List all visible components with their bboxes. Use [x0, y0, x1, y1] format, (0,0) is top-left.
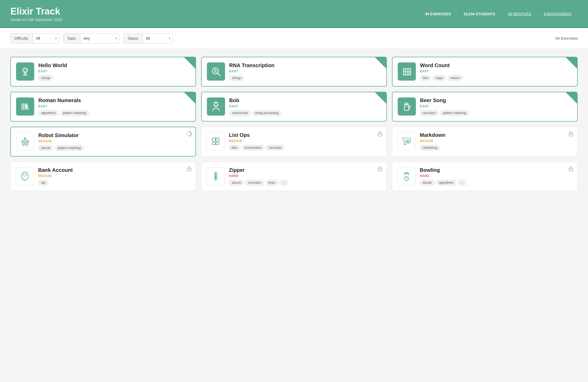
- exercise-card[interactable]: Hello WorldEASYstrings ✓: [10, 57, 196, 87]
- exercise-icon: [207, 132, 225, 150]
- stat-item: 94 EXERCISES: [419, 12, 458, 16]
- svg-point-30: [23, 142, 25, 143]
- tag: lists: [420, 75, 431, 81]
- exercise-card[interactable]: ZipperHARDstructsrecursiontrees...: [201, 162, 387, 191]
- svg-rect-39: [212, 138, 215, 142]
- tag: reduce: [447, 75, 463, 81]
- exercise-card[interactable]: Beer SongEASYrecursionpattern matching ✓: [392, 92, 578, 122]
- exercise-card[interactable]: Word CountEASYlistsmapsreduce ✓: [392, 57, 578, 87]
- svg-point-24: [217, 104, 218, 105]
- exercise-icon: [16, 62, 34, 81]
- exercise-name: Word Count: [420, 62, 572, 68]
- difficulty-badge: EASY: [38, 69, 190, 73]
- difficulty-badge: MEDIUM: [38, 139, 190, 143]
- difficulty-badge: MEDIUM: [38, 174, 191, 178]
- svg-rect-45: [378, 133, 382, 136]
- join-date: Joined on 13th September 2020: [10, 18, 62, 22]
- exercise-card[interactable]: Robot SimulatorMEDIUMstructspattern matc…: [10, 127, 196, 157]
- svg-point-34: [24, 138, 26, 139]
- exercise-card[interactable]: RNA TranscriptionEASYstrings ✓: [201, 57, 387, 87]
- exercise-info: List OpsMEDIUMlistsenumerationrecursion: [229, 132, 381, 151]
- tag-list: listsmapsreduce: [420, 75, 572, 81]
- in-progress-icon: [186, 131, 192, 137]
- svg-rect-62: [215, 176, 217, 178]
- header: Elixir Track Joined on 13th September 20…: [0, 0, 588, 27]
- svg-point-67: [407, 178, 408, 179]
- tag: algorithms: [38, 110, 58, 116]
- svg-point-31: [26, 142, 27, 143]
- topic-filter[interactable]: Topic: Any Strings Algorithms Lists ▾: [63, 33, 120, 44]
- exercise-name: Bowling: [420, 167, 572, 173]
- svg-rect-73: [569, 168, 573, 171]
- difficulty-select[interactable]: All Easy Medium Hard: [33, 33, 59, 43]
- exercise-name: Robot Simulator: [38, 132, 190, 138]
- site-title: Elixir Track: [10, 6, 62, 17]
- tag: algorithms: [436, 180, 456, 186]
- exercise-name: Beer Song: [420, 97, 572, 103]
- corner-badge-triangle: [184, 92, 195, 104]
- tag: control flow: [229, 110, 251, 116]
- tag: ...: [458, 180, 466, 186]
- svg-point-64: [404, 176, 409, 181]
- difficulty-badge: MEDIUM: [229, 139, 381, 143]
- exercise-info: Robot SimulatorMEDIUMstructspattern matc…: [38, 132, 190, 151]
- exercise-name: List Ops: [229, 132, 381, 138]
- stat-item[interactable]: 9 MAINTAINERS: [538, 12, 578, 16]
- exercise-icon: [397, 167, 416, 185]
- exercise-grid: Hello WorldEASYstrings ✓ RNA Transcripti…: [10, 57, 578, 191]
- tag-list: control flowstring processing: [229, 110, 381, 116]
- checkmark-icon: ✓: [584, 93, 587, 97]
- tag: strings: [229, 75, 244, 81]
- exercise-icon: [207, 62, 225, 81]
- difficulty-filter[interactable]: Difficulty: All Easy Medium Hard ▾: [10, 33, 59, 44]
- exercise-icon: [16, 167, 34, 185]
- half-circle-svg: [186, 131, 192, 137]
- exercise-info: Word CountEASYlistsmapsreduce: [420, 62, 572, 81]
- lock-icon: [569, 166, 573, 173]
- status-filter[interactable]: Status: All Completed In Progress Locked…: [124, 33, 173, 44]
- exercise-card[interactable]: BobEASYcontrol flowstring processing ✓: [201, 92, 387, 122]
- lock-icon: [187, 166, 192, 173]
- exercise-name: RNA Transcription: [229, 62, 381, 68]
- tag-list: strings: [38, 75, 190, 81]
- difficulty-badge: EASY: [38, 104, 190, 108]
- status-select[interactable]: All Completed In Progress Locked: [143, 33, 172, 43]
- topic-label: Topic:: [64, 33, 81, 43]
- tag-list: listsenumerationrecursion: [229, 145, 381, 151]
- exercise-count: 94 Exercises: [555, 36, 578, 40]
- topic-select-wrapper[interactable]: Any Strings Algorithms Lists ▾: [80, 33, 119, 43]
- tag: pattern matching: [60, 110, 89, 116]
- exercise-card[interactable]: Roman NumeralsEASYalgorithmspattern matc…: [10, 92, 196, 122]
- exercise-info: Beer SongEASYrecursionpattern matching: [420, 97, 572, 116]
- difficulty-badge: HARD: [229, 174, 381, 178]
- svg-point-52: [23, 173, 27, 176]
- exercise-icon: [207, 167, 225, 185]
- exercise-card[interactable]: Bank AccountMEDIUMotp: [10, 162, 196, 191]
- svg-rect-42: [216, 143, 219, 145]
- difficulty-select-wrapper[interactable]: All Easy Medium Hard ▾: [33, 33, 59, 43]
- exercise-card[interactable]: List OpsMEDIUMlistsenumerationrecursion: [201, 127, 387, 157]
- exercise-icon: [16, 132, 34, 151]
- tag-list: structspattern matching: [38, 145, 190, 151]
- exercise-card[interactable]: MarkdownMEDIUMrefactoring: [392, 127, 578, 157]
- svg-rect-54: [187, 168, 191, 171]
- stat-item: 18,234 STUDENTS: [457, 12, 502, 16]
- svg-rect-50: [569, 133, 573, 136]
- lock-icon: [378, 131, 382, 138]
- tag: lists: [229, 145, 240, 151]
- corner-badge-triangle: [566, 92, 577, 104]
- stat-item[interactable]: 59 MENTORS: [502, 12, 537, 16]
- exercise-name: Zipper: [229, 167, 381, 173]
- tag: refactoring: [420, 145, 440, 151]
- tag: ...: [279, 180, 288, 186]
- topic-select[interactable]: Any Strings Algorithms Lists: [80, 33, 119, 43]
- difficulty-badge: EASY: [420, 69, 572, 73]
- svg-point-66: [407, 177, 407, 178]
- exercise-card[interactable]: BowlingHARDstructsalgorithms...: [392, 162, 578, 191]
- exercise-info: Roman NumeralsEASYalgorithmspattern matc…: [38, 97, 190, 116]
- status-select-wrapper[interactable]: All Completed In Progress Locked ▾: [143, 33, 172, 43]
- tag-list: structsrecursiontrees...: [229, 180, 381, 186]
- svg-point-23: [215, 104, 215, 105]
- exercise-info: BowlingHARDstructsalgorithms...: [420, 167, 572, 186]
- tag: otp: [38, 180, 48, 186]
